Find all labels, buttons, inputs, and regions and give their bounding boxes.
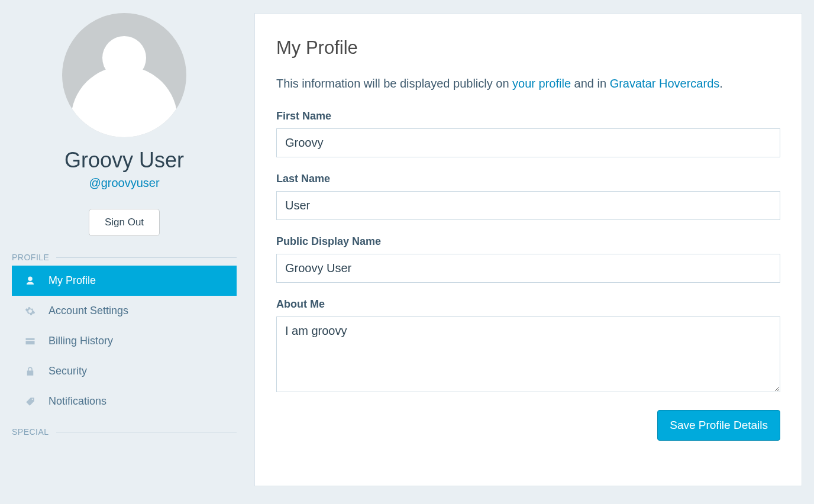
display-name: Groovy User <box>12 148 237 173</box>
section-profile-label: PROFILE <box>12 253 237 262</box>
tag-icon <box>25 396 37 407</box>
gear-icon <box>25 306 37 316</box>
lock-icon <box>25 366 37 377</box>
first-name-label: First Name <box>276 110 780 122</box>
your-profile-link[interactable]: your profile <box>512 77 571 90</box>
sidebar-item-notifications[interactable]: Notifications <box>12 386 237 416</box>
intro-suffix: . <box>719 77 723 90</box>
sidebar-item-my-profile[interactable]: My Profile <box>12 266 237 296</box>
last-name-label: Last Name <box>276 173 780 185</box>
avatar[interactable] <box>62 13 186 137</box>
sidebar-item-security[interactable]: Security <box>12 356 237 386</box>
sidebar-item-label: Security <box>49 365 87 377</box>
sidebar-item-label: Notifications <box>49 395 106 408</box>
sidebar-item-billing-history[interactable]: Billing History <box>12 326 237 356</box>
section-special-label: SPECIAL <box>12 427 237 437</box>
sidebar-item-label: Billing History <box>49 335 113 347</box>
sign-out-button[interactable]: Sign Out <box>89 209 160 236</box>
public-display-name-label: Public Display Name <box>276 235 780 248</box>
main-panel: My Profile This information will be disp… <box>254 13 802 486</box>
intro-text: This information will be displayed publi… <box>276 75 780 92</box>
sidebar-item-label: Account Settings <box>49 305 128 317</box>
card-icon <box>25 336 37 347</box>
first-name-input[interactable] <box>276 128 780 157</box>
gravatar-hovercards-link[interactable]: Gravatar Hovercards <box>610 77 720 90</box>
public-display-name-input[interactable] <box>276 254 780 283</box>
intro-prefix: This information will be displayed publi… <box>276 77 512 90</box>
sidebar-item-label: My Profile <box>49 274 96 287</box>
save-profile-details-button[interactable]: Save Profile Details <box>657 410 780 441</box>
sidebar-item-account-settings[interactable]: Account Settings <box>12 296 237 326</box>
user-icon <box>25 276 37 286</box>
about-me-label: About Me <box>276 298 780 311</box>
page-title: My Profile <box>276 37 780 59</box>
last-name-input[interactable] <box>276 191 780 220</box>
intro-mid: and in <box>571 77 610 90</box>
about-me-textarea[interactable] <box>276 316 780 392</box>
user-handle[interactable]: @groovyuser <box>12 176 237 190</box>
